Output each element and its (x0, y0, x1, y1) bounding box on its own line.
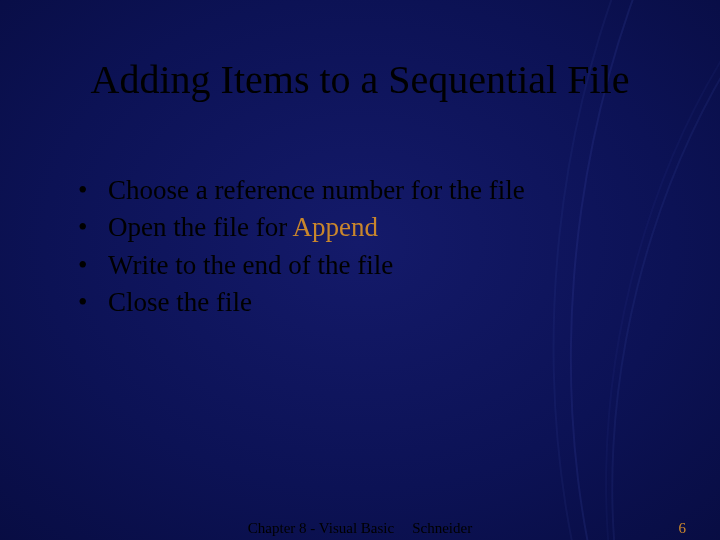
bullet-icon: • (78, 247, 108, 284)
bullet-text-pre: Write to the end of the file (108, 250, 393, 280)
footer-chapter: Chapter 8 - Visual Basic (248, 520, 394, 536)
list-item: • Open the file for Append (78, 209, 638, 246)
footer-center: Chapter 8 - Visual BasicSchneider (0, 520, 720, 537)
list-item: • Close the file (78, 284, 638, 321)
bullet-text: Open the file for Append (108, 209, 378, 246)
bullet-text: Close the file (108, 284, 252, 321)
bullet-icon: • (78, 209, 108, 246)
footer-author: Schneider (412, 520, 472, 536)
footer-page-number: 6 (679, 520, 687, 537)
bullet-text: Choose a reference number for the file (108, 172, 525, 209)
bullet-icon: • (78, 284, 108, 321)
list-item: • Write to the end of the file (78, 247, 638, 284)
bullet-text-pre: Choose a reference number for the file (108, 175, 525, 205)
bullet-text-pre: Open the file for (108, 212, 292, 242)
slide-title: Adding Items to a Sequential File (0, 56, 720, 103)
bullet-list: • Choose a reference number for the file… (78, 172, 638, 321)
bullet-icon: • (78, 172, 108, 209)
bullet-text-pre: Close the file (108, 287, 252, 317)
bullet-text: Write to the end of the file (108, 247, 393, 284)
bullet-text-emph: Append (292, 212, 377, 242)
list-item: • Choose a reference number for the file (78, 172, 638, 209)
slide: Adding Items to a Sequential File • Choo… (0, 0, 720, 540)
